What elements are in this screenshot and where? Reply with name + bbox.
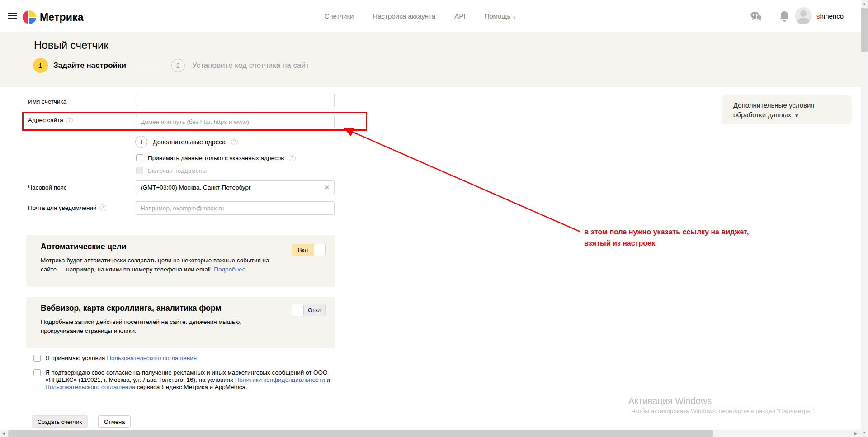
toggle-on-label: Вкл	[292, 244, 314, 256]
feedback-chat-icon[interactable]	[750, 11, 762, 21]
vertical-scrollbar[interactable]: ▲ ▼	[861, 0, 868, 437]
learn-more-link[interactable]: Подробнее	[214, 266, 245, 273]
user-avatar[interactable]	[795, 7, 812, 24]
marketing-agreement-row: Я подтверждаю свое согласие на получение…	[33, 369, 331, 391]
webvisor-description: Подробные записи действий посетителей на…	[41, 318, 244, 336]
additional-addresses-label: Дополнительные адреса	[153, 138, 226, 146]
notifications-bell-icon[interactable]	[780, 10, 788, 21]
cancel-button[interactable]: Отмена	[98, 415, 131, 428]
privacy-policy-link[interactable]: Политики конфиденциальности	[235, 376, 325, 383]
site-address-label: Адрес сайта	[28, 117, 63, 124]
email-label-row: Почта для уведомлений ?	[28, 204, 106, 211]
nav-api[interactable]: API	[454, 12, 465, 20]
annotation-note: в этом поле нужно указать ссылку на видж…	[584, 226, 749, 249]
logo-red-segment	[23, 10, 29, 24]
logo-yellow-segment	[29, 10, 36, 18]
webvisor-section: Вебвизор, карта скроллинга, аналитика фо…	[26, 297, 335, 348]
hamburger-menu-icon[interactable]	[8, 13, 18, 20]
vertical-scrollbar-thumb[interactable]	[861, 8, 868, 52]
plus-icon: +	[135, 136, 147, 148]
counter-name-label: Имя счетчика	[28, 98, 66, 105]
site-address-label-row: Адрес сайта ?	[28, 117, 73, 124]
horizontal-scrollbar[interactable]	[0, 430, 861, 437]
email-label: Почта для уведомлений	[28, 204, 97, 211]
accept-only-label: Принимать данные только с указанных адре…	[148, 155, 284, 162]
counter-name-input[interactable]	[136, 94, 335, 107]
step-1-label: Задайте настройки	[53, 61, 126, 70]
help-question-icon[interactable]: ?	[99, 204, 106, 211]
help-question-icon[interactable]: ?	[231, 138, 238, 145]
site-address-input[interactable]	[136, 115, 335, 128]
webvisor-toggle[interactable]: Откл	[292, 304, 326, 316]
avatar-head	[800, 10, 807, 17]
page-header-band	[0, 32, 868, 87]
step-2-label: Установите код счетчика на сайт	[192, 61, 309, 70]
nav-account-settings[interactable]: Настройка аккаунта	[373, 12, 435, 20]
username[interactable]: shinerico	[816, 0, 844, 32]
email-input[interactable]	[136, 201, 335, 215]
avatar-shoulders	[797, 18, 809, 24]
nav-help[interactable]: Помощь∨	[484, 12, 516, 20]
accept-only-row: Принимать данные только с указанных адре…	[136, 154, 296, 162]
timezone-label: Часовой пояс	[28, 184, 67, 191]
subdomains-label: Включая поддомены	[148, 167, 207, 174]
scroll-up-icon[interactable]: ▲	[863, 2, 866, 6]
windows-activation-watermark-subtitle: Чтобы активировать Windows, перейдите в …	[631, 408, 816, 414]
step-1-badge: 1	[33, 58, 48, 73]
webvisor-title: Вебвизор, карта скроллинга, аналитика фо…	[41, 304, 221, 313]
chevron-down-icon: ∨	[794, 112, 799, 119]
help-question-icon[interactable]: ?	[289, 155, 296, 162]
terms-text: Я принимаю условия Пользовательского сог…	[45, 355, 331, 362]
chevron-down-icon: ∨	[513, 14, 516, 19]
panel-line1: Дополнительные условия	[733, 100, 852, 110]
user-agreement-link[interactable]: Пользовательского соглашения	[107, 355, 197, 361]
scroll-left-icon[interactable]: ◀	[2, 432, 5, 436]
create-counter-button[interactable]: Создать счетчик	[32, 415, 88, 428]
panel-line2: обработки данных∨	[733, 110, 852, 120]
terms-agreement-row: Я принимаю условия Пользовательского сог…	[33, 355, 331, 362]
logo-blue-segment	[29, 18, 36, 24]
metrica-logo-icon[interactable]	[23, 10, 36, 24]
auto-goals-section: Автоматические цели Метрика будет автома…	[26, 235, 335, 287]
terms-checkbox[interactable]	[33, 355, 41, 362]
timezone-input[interactable]	[136, 180, 335, 194]
marketing-checkbox[interactable]	[33, 369, 41, 376]
top-header: Метрика Счетчики Настройка аккаунта API …	[0, 0, 868, 32]
scroll-down-icon[interactable]: ▼	[863, 431, 866, 435]
user-agreement-link[interactable]: Пользовательского соглашения	[45, 384, 135, 390]
auto-goals-description: Метрика будет автоматически создавать це…	[41, 256, 276, 274]
accept-only-checkbox[interactable]	[136, 154, 143, 162]
add-additional-addresses-button[interactable]: + Дополнительные адреса ?	[135, 136, 238, 148]
subdomains-checkbox-disabled	[136, 167, 143, 174]
help-question-icon[interactable]: ?	[66, 117, 73, 124]
additional-data-terms-panel[interactable]: Дополнительные условия обработки данных∨	[722, 95, 852, 124]
auto-goals-title: Автоматические цели	[41, 242, 127, 252]
nav-counters[interactable]: Счетчики	[325, 12, 354, 20]
horizontal-scrollbar-thumb[interactable]	[8, 430, 713, 437]
page-title: Новый счетчик	[34, 39, 108, 52]
scroll-right-icon[interactable]: ▶	[854, 432, 857, 436]
toggle-knob	[314, 244, 326, 256]
top-navigation: Счетчики Настройка аккаунта API Помощь∨	[325, 0, 516, 32]
step-connector-line	[134, 66, 165, 66]
subdomains-row: Включая поддомены	[136, 167, 207, 174]
yandex-metrica-new-counter-page: Метрика Счетчики Настройка аккаунта API …	[0, 0, 868, 437]
toggle-knob	[292, 304, 304, 316]
marketing-text: Я подтверждаю свое согласие на получение…	[45, 369, 331, 391]
windows-activation-watermark-title: Активация Windows	[628, 396, 712, 406]
clear-icon[interactable]: ✕	[325, 184, 330, 191]
logo-wordmark[interactable]: Метрика	[40, 11, 84, 24]
toggle-off-label: Откл	[304, 304, 326, 316]
auto-goals-toggle[interactable]: Вкл	[292, 244, 326, 256]
step-2-badge: 2	[171, 59, 185, 72]
